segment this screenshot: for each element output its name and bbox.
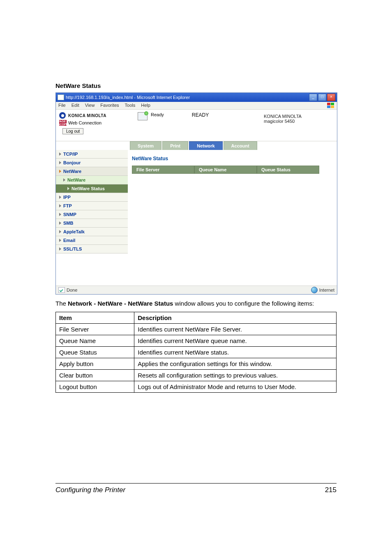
ready-status: READY bbox=[192, 112, 209, 118]
close-button[interactable]: × bbox=[327, 94, 335, 101]
cell-desc: Resets all configuration settings to pre… bbox=[134, 370, 337, 381]
triangle-icon bbox=[59, 161, 61, 164]
model-brand: KONICA MINOLTA bbox=[264, 114, 334, 119]
cell-desc: Logs out of Administrator Mode and retur… bbox=[134, 381, 337, 393]
cell-item: Clear button bbox=[56, 370, 134, 381]
table-row: Queue StatusIdentifies current NetWare s… bbox=[56, 347, 337, 358]
menu-tools[interactable]: Tools bbox=[125, 103, 136, 108]
window-title: http://192.168.1.193/a_index.html - Micr… bbox=[66, 95, 190, 100]
sidebar-label: SSL/TLS bbox=[63, 246, 82, 251]
triangle-icon bbox=[59, 152, 61, 156]
cell-item: File Server bbox=[56, 324, 134, 335]
ready-label: Ready bbox=[151, 112, 164, 117]
triangle-icon bbox=[59, 196, 61, 199]
cell-desc: Applies the configuration settings for t… bbox=[134, 358, 337, 370]
statusbar: Done Internet bbox=[56, 286, 337, 294]
content-area: NetWare Status File Server Queue Name Qu… bbox=[128, 150, 337, 286]
menu-edit[interactable]: Edit bbox=[71, 103, 79, 108]
tab-network[interactable]: Network bbox=[189, 141, 222, 150]
cell-item: Logout button bbox=[56, 381, 134, 393]
sidebar-label: NetWare bbox=[67, 177, 85, 182]
triangle-icon bbox=[59, 239, 61, 242]
printer-ready-icon bbox=[138, 112, 148, 120]
cell-item: Apply button bbox=[56, 358, 134, 370]
model-name: magicolor 5450 bbox=[264, 119, 334, 124]
sidebar-label: NetWare bbox=[63, 169, 81, 174]
cell-desc: Identifies current NetWare status. bbox=[134, 347, 337, 358]
sidebar-item-email[interactable]: Email bbox=[56, 236, 128, 245]
menu-file[interactable]: File bbox=[58, 103, 66, 108]
footer-section: Configuring the Printer bbox=[55, 486, 125, 494]
triangle-icon bbox=[59, 170, 61, 173]
titlebar: http://192.168.1.193/a_index.html - Micr… bbox=[56, 93, 337, 102]
web-connection-text: Web Connection bbox=[68, 120, 101, 125]
tab-account[interactable]: Account bbox=[224, 141, 257, 150]
col-file-server: File Server bbox=[132, 166, 194, 174]
menubar: File Edit View Favorites Tools Help bbox=[56, 102, 337, 110]
sidebar-label: Bonjour bbox=[63, 160, 81, 165]
sidebar-item-bonjour[interactable]: Bonjour bbox=[56, 159, 128, 167]
triangle-icon bbox=[63, 178, 65, 182]
th-item: Item bbox=[56, 312, 134, 324]
table-row: Queue NameIdentifies current NetWare que… bbox=[56, 335, 337, 347]
logout-button[interactable]: Log out bbox=[62, 128, 83, 134]
col-queue-name: Queue Name bbox=[194, 166, 257, 174]
sidebar-item-tcpip[interactable]: TCP/IP bbox=[56, 150, 128, 159]
cell-desc: Identifies current NetWare File Server. bbox=[134, 324, 337, 335]
triangle-icon bbox=[59, 230, 61, 233]
triangle-icon bbox=[59, 213, 61, 216]
sidebar-item-ssltls[interactable]: SSL/TLS bbox=[56, 245, 128, 253]
triangle-icon bbox=[59, 247, 61, 251]
sidebar-item-netware-sub[interactable]: NetWare bbox=[56, 176, 128, 184]
cell-item: Queue Name bbox=[56, 335, 134, 347]
section-heading: NetWare Status bbox=[55, 82, 337, 89]
triangle-icon bbox=[67, 187, 69, 190]
menu-help[interactable]: Help bbox=[141, 103, 150, 108]
cell-desc: Identifies current NetWare queue name. bbox=[134, 335, 337, 347]
page-icon bbox=[58, 94, 64, 100]
caption-pre: The bbox=[55, 300, 68, 307]
sidebar-item-appletalk[interactable]: AppleTalk bbox=[56, 228, 128, 236]
caption-window-name: Network - NetWare - NetWare Status bbox=[68, 300, 173, 307]
table-row: Clear buttonResets all configuration set… bbox=[56, 370, 337, 381]
minimize-button[interactable]: _ bbox=[309, 94, 317, 101]
page-number: 215 bbox=[325, 486, 337, 494]
sidebar: TCP/IP Bonjour NetWare NetWare NetWare S… bbox=[56, 150, 128, 286]
maximize-button[interactable]: □ bbox=[318, 94, 326, 101]
done-icon bbox=[58, 287, 65, 293]
col-queue-status: Queue Status bbox=[257, 166, 319, 174]
sidebar-item-netware[interactable]: NetWare bbox=[56, 167, 128, 176]
page-footer: Configuring the Printer 215 bbox=[55, 483, 337, 494]
sidebar-label: IPP bbox=[63, 195, 71, 200]
tab-system[interactable]: System bbox=[130, 141, 161, 150]
top-tabs: System Print Network Account bbox=[130, 141, 337, 150]
caption-post: window allows you to configure the follo… bbox=[173, 300, 314, 307]
menu-view[interactable]: View bbox=[85, 103, 95, 108]
status-zone: Internet bbox=[319, 288, 334, 292]
sidebar-item-netware-status[interactable]: NetWare Status bbox=[56, 184, 128, 193]
sidebar-item-ipp[interactable]: IPP bbox=[56, 193, 128, 202]
sidebar-item-ftp[interactable]: FTP bbox=[56, 202, 128, 210]
th-desc: Description bbox=[134, 312, 337, 324]
menu-favorites[interactable]: Favorites bbox=[100, 103, 119, 108]
sidebar-item-snmp[interactable]: SNMP bbox=[56, 210, 128, 219]
triangle-icon bbox=[59, 221, 61, 225]
grid-header-row: File Server Queue Name Queue Status bbox=[132, 166, 333, 174]
triangle-icon bbox=[59, 204, 61, 207]
brand-text: KONICA MINOLTA bbox=[68, 113, 106, 118]
table-row: Logout buttonLogs out of Administrator M… bbox=[56, 381, 337, 393]
pagescope-logo-icon: PAGE SCOPE bbox=[59, 120, 67, 126]
sidebar-label: FTP bbox=[63, 203, 72, 208]
table-row: Apply buttonApplies the configuration se… bbox=[56, 358, 337, 370]
status-done: Done bbox=[67, 288, 77, 292]
sidebar-item-smb[interactable]: SMB bbox=[56, 219, 128, 228]
content-title: NetWare Status bbox=[132, 156, 333, 161]
sidebar-label: AppleTalk bbox=[63, 229, 85, 234]
tab-print[interactable]: Print bbox=[162, 141, 188, 150]
konica-logo-icon bbox=[59, 112, 66, 119]
sidebar-label: Email bbox=[63, 238, 75, 243]
cell-item: Queue Status bbox=[56, 347, 134, 358]
caption-paragraph: The Network - NetWare - NetWare Status w… bbox=[55, 299, 337, 308]
browser-window: http://192.168.1.193/a_index.html - Micr… bbox=[55, 92, 337, 295]
windows-logo-icon bbox=[327, 103, 334, 108]
